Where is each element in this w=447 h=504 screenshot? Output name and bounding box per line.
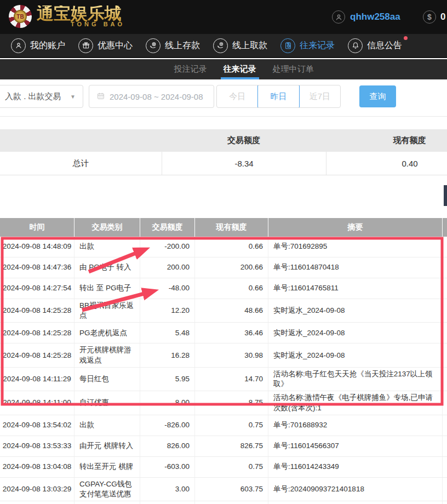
cell-extra [443, 368, 447, 391]
cell-type: 出款 [74, 237, 140, 257]
cell-extra [443, 257, 447, 278]
cell-extra [443, 436, 447, 456]
quick-date-group: 今日 昨日 近7日 [216, 85, 341, 108]
table-row: 2024-09-08 13:04:08转出至开元 棋牌-603.000.75单号… [0, 457, 447, 478]
main-navigation: 我的账户 优惠中心 线上存款 线上取款 往来记录 信息公告 [0, 34, 447, 58]
cell-summary: 实时返水_2024-09-08 [268, 323, 443, 343]
cell-summary: 实时返水_2024-09-08 [268, 299, 443, 322]
cell-balance: 200.66 [195, 257, 268, 278]
cell-summary: 实时返水_2024-09-08 [268, 343, 443, 366]
table-row: 2024-09-08 14:11:29每日红包5.9514.70活动名称:电子红… [0, 368, 447, 391]
tab-transaction-records[interactable]: 往来记录 [224, 59, 256, 79]
cell-balance: 0.75 [195, 415, 268, 436]
summary-header-transaction: 交易额度 [162, 135, 326, 146]
cell-summary: 活动名称:激情午夜《电子棋牌捕鱼》专场,已申请次数(含本次):1 [268, 391, 443, 414]
summary-total-row: 总计 -8.34 0.40 [0, 152, 447, 175]
cell-extra [443, 323, 447, 343]
last7days-button[interactable]: 近7日 [300, 85, 340, 107]
cell-extra [443, 278, 447, 299]
nav-withdraw[interactable]: 线上取款 [213, 38, 267, 53]
table-row: 2024-09-08 14:25:28PG老虎机返点5.4836.46实时返水_… [0, 323, 447, 343]
gift-icon [78, 38, 93, 53]
dollar-icon: $ [423, 10, 436, 24]
cell-time: 2024-09-08 14:27:54 [0, 278, 74, 299]
yesterday-button[interactable]: 昨日 [257, 85, 299, 108]
date-range-input[interactable]: 2024-09-08 ~ 2024-09-08 [89, 85, 214, 108]
cell-amount: -826.00 [140, 415, 195, 436]
nav-label: 线上存款 [165, 40, 200, 51]
brand-title: 通宝娱乐城 [37, 5, 125, 22]
cell-amount: 12.20 [140, 299, 195, 322]
user-icon [11, 38, 26, 53]
cell-time: 2024-09-08 13:04:08 [0, 457, 74, 477]
record-tabs: 投注记录 往来记录 处理中订单 [0, 59, 447, 79]
cell-time: 2024-09-08 13:03:29 [0, 501, 74, 504]
col-amount: 交易额度 [140, 218, 195, 237]
brand-subtitle: TONG BAO [71, 21, 125, 27]
cell-type: 出款 [74, 415, 140, 436]
table-row: 2024-09-08 14:25:28开元棋牌棋牌游戏返点16.2830.98实… [0, 343, 447, 367]
top-header: TB 通宝娱乐城 TONG BAO qhhw258aa $ 0 [0, 0, 447, 34]
deposit-icon [146, 38, 161, 53]
nav-label: 往来记录 [300, 40, 335, 51]
cell-type: 自订优惠 [74, 391, 140, 414]
cell-summary: 单号:116014566307 [268, 436, 443, 456]
cell-type: PG老虎机返点 [74, 323, 140, 343]
cell-balance: 0.66 [195, 278, 268, 299]
type-select-value: 入款 . 出款交易 [5, 91, 61, 102]
cell-type: 由开元 棋牌转入 [74, 436, 140, 456]
cell-balance: 826.75 [195, 436, 268, 456]
summary-transaction-total: -8.34 [162, 152, 326, 175]
calendar-icon [96, 91, 105, 102]
table-row: 2024-09-08 13:03:29CGPAY支付600.00600.75单号… [0, 501, 447, 504]
cell-amount: 3.00 [140, 478, 195, 501]
nav-deposit[interactable]: 线上存款 [146, 38, 200, 53]
cell-time: 2024-09-08 14:11:00 [0, 391, 74, 414]
cell-time: 2024-09-08 13:53:33 [0, 436, 74, 456]
chip-monogram: TB [14, 10, 27, 23]
cell-type: 转出至开元 棋牌 [74, 457, 140, 477]
nav-transaction-records[interactable]: 往来记录 [280, 38, 335, 53]
transaction-type-select[interactable]: 入款 . 出款交易 ▼ [0, 85, 83, 108]
cell-time: 2024-09-08 13:54:02 [0, 415, 74, 436]
table-body: 2024-09-08 14:48:09出款-200.000.66单号:70169… [0, 237, 447, 504]
tab-pending-orders[interactable]: 处理中订单 [273, 59, 314, 79]
summary-header-row: 交易额度 现有额度 [0, 129, 447, 152]
brand-logo[interactable]: TB 通宝娱乐城 TONG BAO [9, 5, 125, 28]
bell-icon [348, 38, 363, 53]
withdraw-icon [213, 38, 228, 53]
col-type: 交易类别 [74, 218, 140, 237]
nav-label: 优惠中心 [98, 40, 133, 51]
cell-summary: 单号:116014870418 [268, 257, 443, 278]
summary-balance-total: 0.40 [326, 152, 447, 175]
cell-extra [443, 237, 447, 257]
nav-my-account[interactable]: 我的账户 [11, 38, 65, 53]
cell-amount: 5.95 [140, 368, 195, 391]
cell-time: 2024-09-08 14:25:28 [0, 343, 74, 366]
summary-total-label: 总计 [0, 152, 162, 175]
account-menu[interactable]: qhhw258aa [332, 0, 400, 34]
cell-time: 2024-09-08 14:25:28 [0, 323, 74, 343]
search-button[interactable]: 查询 [359, 85, 396, 107]
cell-balance: 36.46 [195, 323, 268, 343]
cell-extra [443, 391, 447, 414]
cell-summary: 单号:116014765811 [268, 278, 443, 299]
cell-extra [443, 415, 447, 436]
username[interactable]: qhhw258aa [350, 12, 400, 22]
user-avatar-icon [332, 10, 345, 24]
cell-extra [443, 501, 447, 504]
cell-amount: 826.00 [140, 436, 195, 456]
table-row: 2024-09-08 14:48:09出款-200.000.66单号:70169… [0, 237, 447, 257]
cell-type: BB视讯百家乐返点 [74, 299, 140, 322]
wallet-balance[interactable]: $ 0 [423, 0, 445, 34]
today-button[interactable]: 今日 [217, 85, 257, 107]
cell-extra [443, 457, 447, 477]
nav-announcements[interactable]: 信息公告 [348, 38, 402, 53]
nav-promotions[interactable]: 优惠中心 [78, 38, 133, 53]
records-icon [280, 38, 295, 53]
cell-time: 2024-09-08 14:11:29 [0, 368, 74, 391]
side-scroll-widget[interactable] [444, 185, 447, 206]
tab-betting-records[interactable]: 投注记录 [174, 59, 207, 79]
cell-amount: 200.00 [140, 257, 195, 278]
cell-extra [443, 299, 447, 322]
